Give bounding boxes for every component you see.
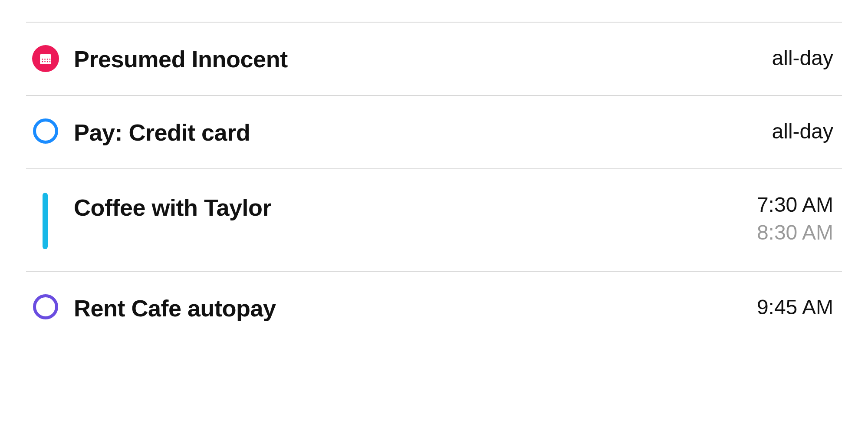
svg-point-8 xyxy=(47,61,48,62)
event-time-primary: 7:30 AM xyxy=(757,193,833,216)
event-row[interactable]: Presumed Innocent all-day xyxy=(26,22,842,95)
event-time: 7:30 AM 8:30 AM xyxy=(757,191,833,247)
event-row[interactable]: Coffee with Taylor 7:30 AM 8:30 AM xyxy=(26,168,842,271)
svg-rect-1 xyxy=(40,54,51,57)
event-title: Presumed Innocent xyxy=(74,44,759,73)
svg-point-6 xyxy=(42,61,43,62)
event-time-primary: all-day xyxy=(772,46,833,69)
svg-point-4 xyxy=(47,59,48,60)
reminder-ring-icon xyxy=(33,294,58,319)
event-time-secondary: 8:30 AM xyxy=(757,219,833,247)
svg-point-5 xyxy=(49,59,51,60)
calendar-icon xyxy=(32,45,59,72)
event-time: all-day xyxy=(772,44,833,72)
svg-point-3 xyxy=(44,59,46,60)
svg-point-2 xyxy=(42,59,43,60)
event-time: all-day xyxy=(772,118,833,146)
event-time: 9:45 AM xyxy=(757,293,833,322)
event-list: Presumed Innocent all-day Pay: Credit ca… xyxy=(26,22,842,344)
svg-point-7 xyxy=(44,61,46,62)
event-title: Pay: Credit card xyxy=(74,118,759,147)
event-row[interactable]: Pay: Credit card all-day xyxy=(26,95,842,168)
calendar-color-bar-icon xyxy=(43,193,48,249)
svg-point-9 xyxy=(49,61,51,62)
event-time-primary: 9:45 AM xyxy=(757,296,833,319)
event-icon-slot xyxy=(30,293,61,319)
event-icon-slot xyxy=(30,118,61,144)
event-time-primary: all-day xyxy=(772,120,833,143)
reminder-ring-icon xyxy=(33,118,58,144)
event-title: Coffee with Taylor xyxy=(74,191,744,222)
event-icon-slot xyxy=(30,44,61,72)
event-icon-slot xyxy=(30,191,61,249)
event-row[interactable]: Rent Cafe autopay 9:45 AM xyxy=(26,271,842,344)
event-title: Rent Cafe autopay xyxy=(74,293,744,322)
